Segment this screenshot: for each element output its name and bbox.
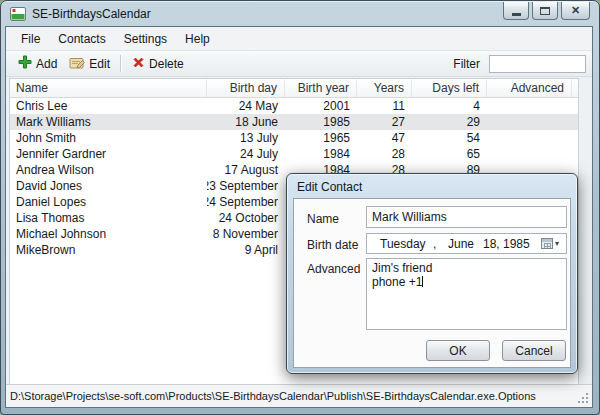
delete-button-label: Delete [149,57,184,71]
date-weekday[interactable]: Tuesday [380,237,426,251]
toolbar-separator [120,55,122,72]
close-icon: ✕ [571,5,580,16]
delete-x-icon [132,56,145,72]
app-window: SE-BirthdaysCalendar ✕ File Contacts Set… [0,0,600,415]
column-header-birth-day[interactable]: Birth day [207,79,285,97]
filter-input[interactable] [489,55,586,73]
table-row[interactable]: Mark Williams 18 June 1985 27 29 [10,114,578,130]
edit-contact-dialog: Edit Contact Name Birth date Tuesday , J… [286,173,578,374]
advanced-line: Jim's friend [372,261,561,275]
add-button-label: Add [36,57,57,71]
calendar-icon [541,238,553,249]
advanced-line: phone +1 [372,275,561,289]
menu-file[interactable]: File [12,29,49,49]
maximize-icon [540,7,550,15]
name-field[interactable] [366,206,567,228]
delete-button[interactable]: Delete [126,54,190,74]
close-button[interactable]: ✕ [561,2,590,20]
status-path-text: D:\Storage\Projects\se-soft.com\Products… [10,390,536,402]
edit-notepad-icon [69,56,85,72]
date-separator: , [433,237,436,251]
date-day-year[interactable]: 18, 1985 [483,237,530,251]
app-calendar-icon [10,7,26,21]
table-row[interactable]: Chris Lee 24 May 2001 11 4 [10,98,578,114]
menu-help[interactable]: Help [176,29,219,49]
maximize-button[interactable] [532,2,558,20]
column-header-advanced[interactable]: Advanced [487,79,572,97]
toolbar: Add Edit Delete Fil [6,50,592,77]
text-caret [422,276,423,287]
resize-grip-icon[interactable] [576,391,588,403]
window-title: SE-BirthdaysCalendar [32,7,151,21]
menu-settings[interactable]: Settings [115,29,176,49]
edit-button-label: Edit [89,57,110,71]
birth-date-picker[interactable]: Tuesday , June 18, 1985 ▾ [366,233,567,254]
cancel-button[interactable]: Cancel [502,340,566,361]
menu-bar: File Contacts Settings Help [6,27,592,50]
title-bar[interactable]: SE-BirthdaysCalendar ✕ [1,1,599,27]
chevron-down-icon: ▾ [555,240,559,248]
filter-group: Filter [453,55,586,73]
edit-button[interactable]: Edit [63,54,116,74]
dialog-client: Name Birth date Tuesday , June 18, 1985 … [293,198,571,368]
add-plus-icon [18,55,32,72]
column-header-days-left[interactable]: Days left [412,79,487,97]
menu-contacts[interactable]: Contacts [49,29,114,49]
ok-button[interactable]: OK [426,340,490,361]
table-row[interactable]: Jennifer Gardner 24 July 1984 28 65 [10,146,578,162]
column-header-name[interactable]: Name [10,79,207,97]
dialog-title: Edit Contact [297,180,362,194]
table-row[interactable]: John Smith 13 July 1965 47 54 [10,130,578,146]
advanced-textarea[interactable]: Jim's friend phone +1 [366,258,567,330]
status-bar: D:\Storage\Projects\se-soft.com\Products… [6,384,592,407]
name-label: Name [307,212,339,226]
date-month[interactable]: June [448,237,474,251]
filter-label: Filter [453,57,480,71]
column-header-birth-year[interactable]: Birth year [285,79,357,97]
date-dropdown-button[interactable]: ▾ [535,235,565,252]
minimize-button[interactable] [503,2,529,20]
column-header-years[interactable]: Years [357,79,412,97]
advanced-label: Advanced [307,262,360,276]
window-controls: ✕ [503,2,590,20]
list-header: Name Birth day Birth year Years Days lef… [10,79,578,98]
minimize-icon [512,13,521,16]
add-button[interactable]: Add [12,53,63,74]
birth-date-label: Birth date [307,238,358,252]
